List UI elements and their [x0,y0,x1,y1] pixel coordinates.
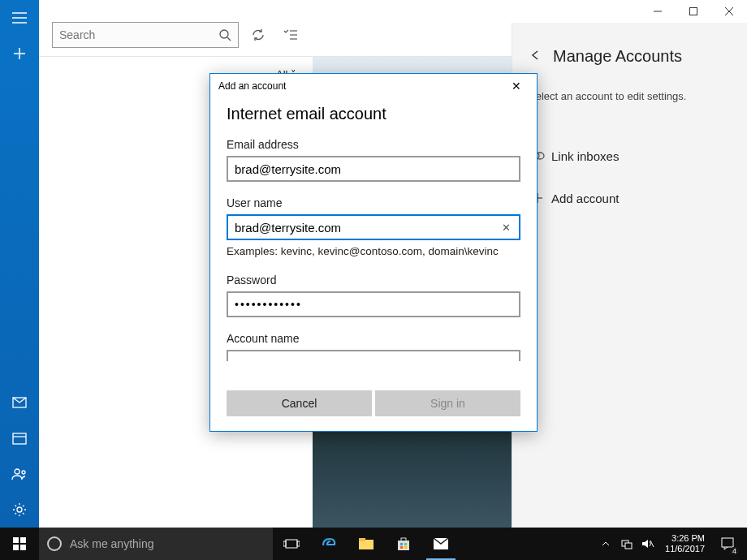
svg-rect-47 [404,543,407,545]
svg-rect-49 [404,546,407,549]
password-value: •••••••••••• [235,298,302,311]
username-label: User name [227,196,520,209]
dialog-heading: Internet email account [227,105,520,123]
email-field[interactable] [227,156,520,182]
svg-rect-40 [283,541,286,546]
svg-rect-48 [400,546,403,549]
start-button[interactable] [0,528,39,560]
clear-input-icon[interactable]: ✕ [500,222,512,234]
cortana-search[interactable]: Ask me anything [39,528,273,560]
modal-overlay: Add an account ✕ Internet email account … [0,0,747,560]
svg-marker-53 [642,540,648,548]
svg-rect-37 [13,545,19,550]
password-field[interactable]: •••••••••••• [227,291,520,317]
system-tray: 3:26 PM 11/6/2017 4 [595,528,747,560]
taskbar-clock[interactable]: 3:26 PM 11/6/2017 [658,533,711,554]
taskbar-edge-icon[interactable] [310,528,348,560]
taskbar-store-icon[interactable] [385,528,422,560]
svg-rect-36 [20,537,26,543]
svg-rect-38 [20,545,26,550]
cortana-placeholder: Ask me anything [70,537,154,550]
tray-chevron-icon[interactable] [595,528,616,560]
taskbar: Ask me anything 3:26 PM 11/6/2017 4 [0,528,747,560]
taskbar-explorer-icon[interactable] [348,528,385,560]
svg-rect-43 [359,538,365,541]
username-field[interactable]: ✕ [227,214,520,240]
clock-date: 11/6/2017 [665,544,705,554]
email-input[interactable] [235,162,512,176]
username-hint: Examples: kevinc, kevinc@contoso.com, do… [227,245,520,257]
dialog-close-icon[interactable]: ✕ [504,80,529,93]
taskbar-mail-icon[interactable] [422,528,460,560]
add-account-dialog: Add an account ✕ Internet email account … [209,73,538,432]
svg-rect-55 [722,538,733,547]
svg-rect-39 [286,540,297,548]
cortana-icon [47,536,62,551]
action-center-icon[interactable]: 4 [711,528,744,560]
task-view-icon[interactable] [273,528,310,560]
password-label: Password [227,274,520,286]
svg-rect-44 [398,541,409,550]
tray-network-icon[interactable] [616,528,637,560]
svg-rect-35 [13,537,19,543]
cancel-button[interactable]: Cancel [227,390,372,416]
account-name-field[interactable] [227,350,520,361]
svg-rect-52 [625,543,632,549]
account-name-label: Account name [227,332,520,345]
notification-badge: 4 [730,547,739,555]
clock-time: 3:26 PM [665,533,705,544]
username-input[interactable] [235,221,500,235]
email-label: Email address [227,138,520,151]
svg-rect-46 [400,543,403,545]
dialog-title: Add an account [218,80,286,92]
svg-rect-41 [297,541,300,546]
signin-button[interactable]: Sign in [375,390,520,416]
tray-volume-icon[interactable] [637,528,658,560]
